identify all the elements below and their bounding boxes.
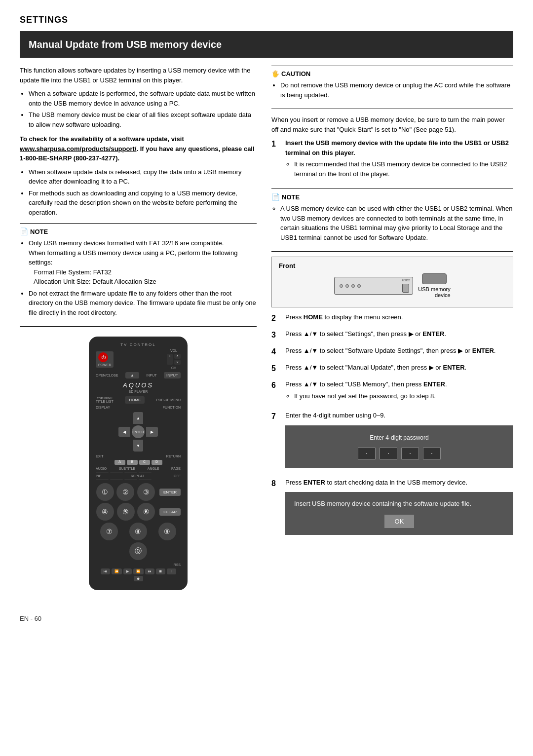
bd-player-label: BD PLAYER <box>96 390 181 393</box>
note-title-left: 📄 NOTE <box>20 227 257 235</box>
step-1-text: Insert the USB memory device with the up… <box>285 139 509 156</box>
enter-center-btn[interactable]: ENTER <box>132 425 145 438</box>
btn-d[interactable]: D <box>152 460 162 465</box>
num-6-btn[interactable]: ⑥ <box>137 503 155 521</box>
num-8-btn[interactable]: ⑧ <box>129 523 147 540</box>
remote-misc-btn-2[interactable] <box>110 472 123 473</box>
password-fields: · · · · <box>295 447 503 460</box>
play-btn[interactable]: ▶ <box>123 568 132 574</box>
num-5-btn[interactable]: ⑤ <box>117 503 135 521</box>
password-field-1[interactable]: · <box>358 447 376 460</box>
btn-c[interactable]: C <box>139 460 150 465</box>
device-diagram-box: Front USB2 <box>271 257 513 307</box>
btn-a[interactable]: A <box>114 460 125 465</box>
popup-menu-btn[interactable]: POP-UP MENU <box>156 398 181 402</box>
off-label: OFF <box>174 474 181 478</box>
rec-btn[interactable]: ⏺ <box>134 576 143 581</box>
clear-btn[interactable]: CLEAR <box>159 508 181 516</box>
title-list-btn[interactable]: TOP MENU TITLE LIST <box>96 397 114 403</box>
bold-para: To check for the availability of a softw… <box>20 134 257 163</box>
num-9-btn[interactable]: ⑨ <box>158 523 176 540</box>
url-link[interactable]: www.sharpusa.com/products/support/ <box>20 145 136 152</box>
intro-right-text: When you insert or remove a USB memory d… <box>271 115 513 134</box>
next-btn[interactable]: ⏭ <box>145 568 154 574</box>
off-btn[interactable] <box>124 479 137 480</box>
repeat-btn[interactable] <box>110 479 123 480</box>
ff-btn[interactable]: ⏩ <box>133 568 144 574</box>
pause-btn[interactable]: ⏸ <box>167 568 176 574</box>
home-btn[interactable]: HOME <box>125 396 145 404</box>
password-field-3[interactable]: · <box>401 447 419 460</box>
intro-bullets: When a software update is performed, the… <box>29 89 257 129</box>
angle-label: ANGLE <box>148 467 159 470</box>
exit-label: EXIT <box>96 454 104 458</box>
btn-b[interactable]: B <box>127 460 138 465</box>
remote-misc-btn-1[interactable] <box>96 472 109 473</box>
password-box: Enter 4-digit password · · · · <box>285 425 513 468</box>
function-label: FUNCTION <box>163 406 181 409</box>
pip-label: PIP <box>96 474 101 478</box>
step-5: 5 Press ▲/▼ to select "Manual Update", t… <box>271 363 513 375</box>
note-bullets-left: Only USB memory devices formatted with F… <box>29 238 257 317</box>
intro-bullet-1: When a software update is performed, the… <box>29 89 257 108</box>
num-0-btn[interactable]: ⓪ <box>129 542 147 560</box>
display-label: DISPLAY <box>96 406 110 409</box>
footer: EN - 60 <box>20 615 513 622</box>
dpad-right[interactable]: ▶ <box>146 427 158 437</box>
misc-btn-5[interactable] <box>139 479 152 480</box>
num-1-btn[interactable]: ① <box>96 483 114 501</box>
insert-box: Insert USB memory device containing the … <box>285 492 513 535</box>
caution-title: 🖐 CAUTION <box>271 70 513 77</box>
dpad-left[interactable]: ◀ <box>118 427 130 437</box>
bold-bullets: When software update data is released, c… <box>29 167 257 218</box>
audio-label: AUDIO <box>96 467 107 470</box>
remote-misc-btn-3[interactable] <box>124 472 137 473</box>
note-bullet-left-2: Do not extract the firmware update file … <box>29 289 257 318</box>
stop-btn[interactable]: ⏹ <box>156 568 165 574</box>
usb-device <box>422 273 447 284</box>
num-2-btn[interactable]: ② <box>116 483 134 501</box>
open-close-btn[interactable]: ▲ <box>125 372 139 378</box>
ch-up-btn[interactable]: ∧ <box>174 354 181 359</box>
step-3: 3 Press ▲/▼ to select "Settings", then p… <box>271 329 513 341</box>
num-7-btn[interactable]: ⑦ <box>100 523 118 540</box>
tv-control-label: TV CONTROL <box>96 342 181 347</box>
vol-up-btn[interactable]: + <box>167 354 173 365</box>
remote-diagram: TV CONTROL ⏻ POWER VOL + ∧ ∨ <box>20 337 257 590</box>
num-4-btn[interactable]: ④ <box>96 503 114 521</box>
rew-btn[interactable]: ⏪ <box>112 568 122 574</box>
step-4: 4 Press ▲/▼ to select "Software Update S… <box>271 346 513 358</box>
usb-device-label: USB memorydevice <box>418 286 450 298</box>
ch-down-btn[interactable]: ∨ <box>174 360 181 365</box>
color-buttons: A B C D <box>96 460 181 465</box>
password-label: Enter 4-digit password <box>295 433 503 442</box>
pip-btn[interactable] <box>96 479 109 480</box>
rss-label: RSS <box>96 563 181 567</box>
note-box-left: 📄 NOTE Only USB memory devices formatted… <box>20 223 257 327</box>
caution-bullet-1: Do not remove the USB memory device or u… <box>280 80 513 100</box>
step-1-sub: It is recommended that the USB memory de… <box>294 159 513 179</box>
dot-4 <box>357 284 361 288</box>
repeat-label: REPEAT <box>131 474 145 478</box>
password-field-2[interactable]: · <box>380 447 397 460</box>
dot-3 <box>351 284 355 288</box>
ok-button[interactable]: OK <box>384 515 414 529</box>
power-btn[interactable]: ⏻ POWER <box>96 351 114 368</box>
prev-btn[interactable]: ⏮ <box>101 568 110 574</box>
dpad-down[interactable]: ▼ <box>133 440 143 452</box>
dpad: ▲ ▼ ◀ ▶ ENTER <box>118 412 158 452</box>
note-title-right: 📄 NOTE <box>271 193 513 201</box>
step-6-sub: If you have not yet set the password, go… <box>294 391 513 401</box>
num-enter-btn[interactable]: ENTER <box>159 489 181 496</box>
step-6: 6 Press ▲/▼ to select "USB Memory", then… <box>271 379 513 406</box>
intro-text: This function allows software updates by… <box>20 66 257 85</box>
num-3-btn[interactable]: ③ <box>137 483 155 501</box>
return-label: RETURN <box>166 454 181 458</box>
password-field-4[interactable]: · <box>423 447 441 460</box>
dpad-up[interactable]: ▲ <box>133 412 143 424</box>
input-btn[interactable]: INPUT <box>164 372 181 378</box>
usb-port <box>402 284 409 293</box>
section-header: Manual Update from USB memory device <box>20 31 513 58</box>
remote-misc-btn-4[interactable] <box>139 472 152 473</box>
step-2: 2 Press HOME to display the menu screen. <box>271 312 513 324</box>
